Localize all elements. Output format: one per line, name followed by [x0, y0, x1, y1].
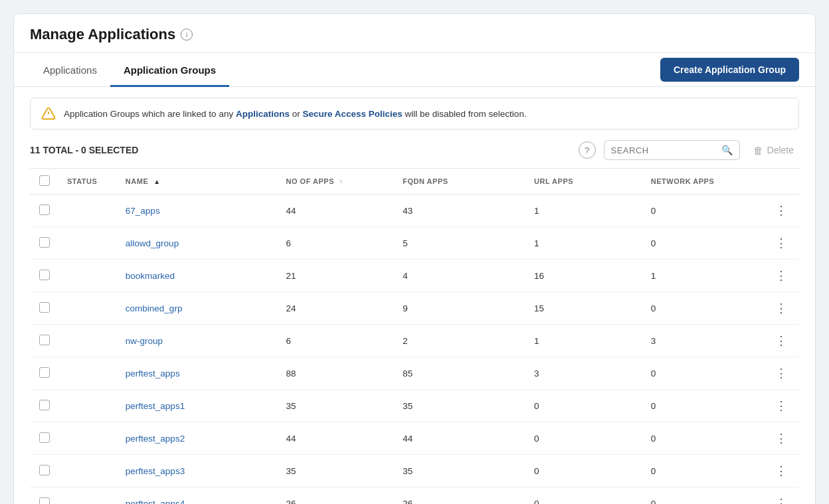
row-checkbox-cell — [30, 390, 59, 422]
row-name-link-4[interactable]: nw-group — [126, 336, 163, 346]
alert-applications-link[interactable]: Applications — [236, 109, 290, 119]
row-menu-3[interactable]: ⋮ — [771, 299, 791, 317]
row-name-8: perftest_apps3 — [118, 455, 278, 487]
row-checkbox-cell — [30, 195, 59, 227]
row-checkbox-0[interactable] — [39, 205, 50, 215]
row-fqdn-2: 4 — [395, 260, 526, 292]
row-name-link-2[interactable]: bookmarked — [126, 271, 175, 281]
row-actions-7: ⋮ — [760, 422, 799, 455]
row-status-5 — [59, 357, 118, 390]
row-network-1: 0 — [643, 227, 760, 260]
row-url-9: 0 — [526, 487, 643, 505]
row-no-apps-4: 6 — [278, 325, 395, 357]
row-actions-2: ⋮ — [760, 260, 799, 292]
row-checkbox-1[interactable] — [39, 237, 50, 248]
row-no-apps-1: 6 — [278, 227, 395, 260]
row-network-8: 0 — [643, 455, 760, 487]
row-menu-5[interactable]: ⋮ — [771, 365, 791, 382]
row-menu-0[interactable]: ⋮ — [771, 202, 791, 219]
row-checkbox-6[interactable] — [39, 400, 50, 410]
row-name-link-5[interactable]: perftest_apps — [126, 369, 180, 378]
row-name-2: bookmarked — [118, 260, 278, 292]
row-menu-8[interactable]: ⋮ — [771, 462, 791, 479]
row-name-link-8[interactable]: perftest_apps3 — [126, 466, 185, 476]
row-status-4 — [59, 325, 118, 357]
tab-applications[interactable]: Applications — [30, 54, 110, 87]
table-header: STATUS NAME ▲ NO OF APPS ↑ — [30, 169, 799, 195]
row-name-link-9[interactable]: perftest_apps4 — [126, 499, 185, 505]
page-title: Manage Applications — [30, 26, 175, 43]
row-url-2: 16 — [526, 260, 643, 292]
create-application-group-button[interactable]: Create Application Group — [660, 58, 799, 82]
row-url-0: 1 — [526, 195, 643, 227]
row-url-3: 15 — [526, 292, 643, 325]
delete-button[interactable]: 🗑 Delete — [748, 141, 799, 160]
row-checkbox-4[interactable] — [39, 335, 50, 345]
table-row: 67_apps 44 43 1 0 ⋮ — [30, 195, 799, 227]
row-actions-8: ⋮ — [760, 455, 799, 487]
row-name-4: nw-group — [118, 325, 278, 357]
table-row: perftest_apps 88 85 3 0 ⋮ — [30, 357, 799, 390]
row-checkbox-8[interactable] — [39, 465, 50, 475]
row-checkbox-cell — [30, 227, 59, 260]
row-name-link-3[interactable]: combined_grp — [126, 303, 183, 313]
row-menu-1[interactable]: ⋮ — [771, 234, 791, 252]
alert-text: Application Groups which are linked to a… — [64, 109, 527, 119]
row-network-5: 0 — [643, 357, 760, 390]
row-menu-4[interactable]: ⋮ — [771, 332, 791, 349]
header-fqdn-apps: FQDN APPS — [395, 169, 526, 195]
row-checkbox-7[interactable] — [39, 432, 50, 443]
row-checkbox-3[interactable] — [39, 302, 50, 313]
header-checkbox[interactable] — [39, 175, 50, 186]
row-name-link-0[interactable]: 67_apps — [126, 206, 160, 216]
content-area: Application Groups which are linked to a… — [14, 87, 815, 504]
search-icon: 🔍 — [721, 145, 733, 155]
table-container: STATUS NAME ▲ NO OF APPS ↑ — [30, 168, 799, 504]
row-actions-9: ⋮ — [760, 487, 799, 505]
header-no-of-apps[interactable]: NO OF APPS ↑ — [278, 169, 395, 195]
tabs-left: Applications Application Groups — [30, 53, 229, 86]
row-name-1: allowd_group — [118, 227, 278, 260]
row-name-5: perftest_apps — [118, 357, 278, 390]
row-menu-2[interactable]: ⋮ — [771, 267, 791, 284]
row-checkbox-9[interactable] — [39, 497, 50, 505]
row-no-apps-0: 44 — [278, 195, 395, 227]
row-checkbox-cell — [30, 487, 59, 505]
tabs-bar: Applications Application Groups Create A… — [14, 53, 815, 87]
alert-policies-link[interactable]: Secure Access Policies — [302, 109, 402, 119]
row-menu-6[interactable]: ⋮ — [771, 397, 791, 414]
row-fqdn-1: 5 — [395, 227, 526, 260]
row-network-6: 0 — [643, 390, 760, 422]
row-name-link-7[interactable]: perftest_apps2 — [126, 434, 185, 444]
row-menu-7[interactable]: ⋮ — [771, 430, 791, 447]
help-icon[interactable]: ? — [579, 141, 596, 159]
row-no-apps-3: 24 — [278, 292, 395, 325]
info-icon[interactable]: i — [181, 29, 193, 41]
table-toolbar: 11 TOTAL - 0 SELECTED ? 🔍 🗑 Delete — [30, 140, 799, 160]
table-row: perftest_apps2 44 44 0 0 ⋮ — [30, 422, 799, 455]
row-name-link-1[interactable]: allowd_group — [126, 238, 179, 248]
row-name-3: combined_grp — [118, 292, 278, 325]
table-row: perftest_apps3 35 35 0 0 ⋮ — [30, 455, 799, 487]
table-row: bookmarked 21 4 16 1 ⋮ — [30, 260, 799, 292]
sort-up-icon: ▲ — [153, 178, 160, 185]
row-status-7 — [59, 422, 118, 455]
table-row: nw-group 6 2 1 3 ⋮ — [30, 325, 799, 357]
search-input[interactable] — [611, 145, 717, 155]
row-menu-9[interactable]: ⋮ — [771, 495, 791, 504]
main-container: Manage Applications i Applications Appli… — [13, 13, 816, 504]
row-network-3: 0 — [643, 292, 760, 325]
row-name-link-6[interactable]: perftest_apps1 — [126, 401, 185, 411]
row-name-7: perftest_apps2 — [118, 422, 278, 455]
table-row: allowd_group 6 5 1 0 ⋮ — [30, 227, 799, 260]
row-name-6: perftest_apps1 — [118, 390, 278, 422]
row-fqdn-7: 44 — [395, 422, 526, 455]
tab-application-groups[interactable]: Application Groups — [110, 54, 229, 87]
row-fqdn-4: 2 — [395, 325, 526, 357]
header-url-apps: URL APPS — [526, 169, 643, 195]
row-no-apps-8: 35 — [278, 455, 395, 487]
row-checkbox-5[interactable] — [39, 367, 50, 378]
row-checkbox-2[interactable] — [39, 270, 50, 280]
header-name[interactable]: NAME ▲ — [118, 169, 278, 195]
row-network-0: 0 — [643, 195, 760, 227]
